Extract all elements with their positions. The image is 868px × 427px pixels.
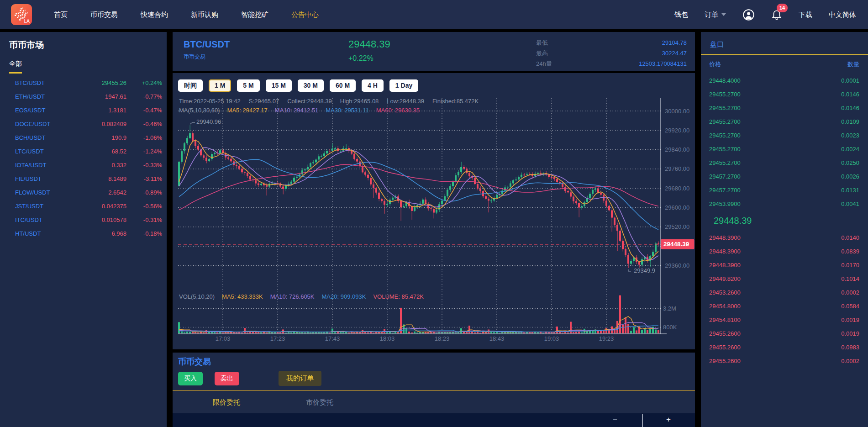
ask-row[interactable]: 29457.27000.0026 — [701, 169, 868, 183]
trade-panel: 币币交易 买入 卖出 我的订单 限价委托市价委托 − + — [173, 353, 695, 427]
ask-amount: 0.0146 — [841, 91, 859, 98]
stat-value: 30224.47 — [662, 50, 687, 57]
ask-price: 29455.2700 — [709, 91, 741, 98]
svg-text:19:23: 19:23 — [599, 335, 614, 342]
svg-text:29920.00: 29920.00 — [665, 127, 689, 134]
pair-row-HT/USDT[interactable]: HT/USDT6.968-0.18% — [0, 227, 167, 240]
stepper-plus-button[interactable]: + — [661, 413, 676, 427]
pair-price: 1.3181 — [75, 107, 126, 114]
interval-60M[interactable]: 60 M — [330, 79, 356, 92]
pair-row-JST/USDT[interactable]: JST/USDT0.042375-0.56% — [0, 199, 167, 213]
nav-item-首页[interactable]: 首页 — [54, 11, 68, 19]
pair-row-LTC/USDT[interactable]: LTC/USDT68.52-1.24% — [0, 144, 167, 158]
wallet-link[interactable]: 钱包 — [674, 11, 688, 19]
pair-price: 8.1489 — [75, 175, 126, 182]
pair-row-IOTA/USDT[interactable]: IOTA/USDT0.332-0.33% — [0, 158, 167, 172]
bid-row[interactable]: 29448.39000.0140 — [701, 231, 868, 244]
bid-price: 29448.3900 — [709, 248, 741, 255]
ask-row[interactable]: 29455.27000.0146 — [701, 87, 868, 101]
symbol-name[interactable]: BTC/USDT — [184, 39, 230, 50]
time-label-button[interactable]: 时间 — [178, 79, 203, 92]
pair-row-ETH/USDT[interactable]: ETH/USDT1947.61-0.77% — [0, 90, 167, 103]
bid-amount: 0.0839 — [841, 248, 859, 255]
svg-text:3.2M: 3.2M — [663, 305, 676, 312]
pair-row-EOS/USDT[interactable]: EOS/USDT1.3181-0.47% — [0, 103, 167, 117]
ask-row[interactable]: 29455.27000.0024 — [701, 142, 868, 156]
orderbook-panel: 盘口 价格 数量 29448.40000.000129455.27000.014… — [701, 32, 868, 427]
ask-price: 29455.2700 — [709, 118, 741, 125]
interval-4H[interactable]: 4 H — [362, 79, 384, 92]
bid-row[interactable]: 29454.81000.0019 — [701, 313, 868, 327]
profile-button[interactable] — [742, 9, 755, 21]
language-selector[interactable]: 中文简体 — [829, 11, 856, 19]
info-low: Low:29448.39 — [387, 98, 424, 105]
pair-list: BTC/USDT29455.26+0.24%ETH/USDT1947.61-0.… — [0, 76, 167, 240]
svg-text:29600.00: 29600.00 — [665, 204, 689, 211]
tab-all-markets[interactable]: 全部 — [9, 60, 22, 74]
vol-ma10: MA10: 726.605K — [270, 293, 315, 300]
stat-label: 24h量 — [536, 60, 552, 68]
nav-item-智能挖矿[interactable]: 智能挖矿 — [241, 11, 268, 19]
pair-row-ITC/USDT[interactable]: ITC/USDT0.010578-0.31% — [0, 213, 167, 227]
pair-name: BTC/USDT — [15, 79, 75, 86]
notifications-button[interactable]: 14 — [771, 9, 782, 21]
pair-row-FIL/USDT[interactable]: FIL/USDT8.1489-3.11% — [0, 172, 167, 185]
bid-row[interactable]: 29454.80000.0584 — [701, 299, 868, 313]
interval-30M[interactable]: 30 M — [298, 79, 324, 92]
pair-change: -0.56% — [126, 203, 162, 210]
bid-row[interactable]: 29455.26000.0983 — [701, 340, 868, 354]
tab-限价委托[interactable]: 限价委托 — [195, 398, 258, 407]
my-orders-button[interactable]: 我的订单 — [279, 371, 321, 386]
interval-15M[interactable]: 15 M — [266, 79, 292, 92]
tab-市价委托[interactable]: 市价委托 — [288, 398, 352, 407]
download-link[interactable]: 下载 — [799, 11, 812, 19]
pair-name: HT/USDT — [15, 230, 75, 237]
pair-row-FLOW/USDT[interactable]: FLOW/USDT2.6542-0.89% — [0, 185, 167, 199]
bid-amount: 0.0170 — [841, 262, 859, 269]
pair-name: BCH/USDT — [15, 134, 75, 141]
svg-text:18:43: 18:43 — [489, 335, 505, 342]
nav-item-快速合约[interactable]: 快速合约 — [141, 11, 168, 19]
kline-chart[interactable]: 30000.0029920.0029840.0029760.0029680.00… — [173, 96, 695, 346]
bid-amount: 0.0019 — [841, 316, 859, 323]
ask-row[interactable]: 29455.27000.0146 — [701, 101, 868, 115]
nav-item-币币交易[interactable]: 币币交易 — [90, 11, 118, 19]
app-logo[interactable]: LA — [11, 4, 32, 25]
pair-name: ITC/USDT — [15, 216, 75, 223]
pair-row-BTC/USDT[interactable]: BTC/USDT29455.26+0.24% — [0, 76, 167, 90]
vol-group-label: VOL(5,10,20) — [179, 293, 215, 300]
ask-price: 29455.2700 — [709, 159, 741, 166]
chevron-down-icon — [721, 13, 726, 16]
ask-row[interactable]: 29455.27000.0109 — [701, 115, 868, 128]
pair-row-DOGE/USDT[interactable]: DOGE/USDT0.082409-0.46% — [0, 117, 167, 131]
pair-row-BCH/USDT[interactable]: BCH/USDT190.9-1.06% — [0, 131, 167, 144]
interval-1Day[interactable]: 1 Day — [389, 79, 418, 92]
bid-row[interactable]: 29448.39000.0839 — [701, 244, 868, 258]
buy-button[interactable]: 买入 — [178, 372, 203, 385]
interval-1M[interactable]: 1 M — [209, 79, 231, 92]
ask-amount: 0.0023 — [841, 132, 859, 139]
ask-row[interactable]: 29457.27000.0131 — [701, 183, 868, 197]
stepper-divider — [642, 414, 643, 427]
bid-row[interactable]: 29449.82000.1014 — [701, 272, 868, 285]
interval-5M[interactable]: 5 M — [237, 79, 259, 92]
ask-row[interactable]: 29455.27000.0250 — [701, 156, 868, 169]
ma30-value: MA30: 29531.11 — [326, 107, 368, 114]
pair-price: 29455.26 — [75, 79, 126, 86]
bid-row[interactable]: 29453.26000.0002 — [701, 285, 868, 299]
bid-amount: 0.0019 — [841, 330, 859, 337]
bid-row[interactable]: 29455.26000.0002 — [701, 354, 868, 368]
sell-button[interactable]: 卖出 — [215, 372, 239, 385]
ask-row[interactable]: 29455.27000.0023 — [701, 128, 868, 142]
stepper-minus-button[interactable]: − — [607, 413, 623, 427]
ask-price: 29453.9900 — [709, 200, 741, 207]
nav-item-公告中心[interactable]: 公告中心 — [291, 11, 319, 19]
orders-dropdown[interactable]: 订单 — [705, 11, 726, 19]
pair-change: -1.24% — [126, 148, 162, 155]
ask-row[interactable]: 29453.99000.0041 — [701, 197, 868, 211]
bid-row[interactable]: 29455.26000.0019 — [701, 327, 868, 340]
bid-row[interactable]: 29448.39000.0170 — [701, 258, 868, 272]
pair-change: -0.33% — [126, 162, 162, 169]
nav-item-新币认购[interactable]: 新币认购 — [191, 11, 218, 19]
ask-row[interactable]: 29448.40000.0001 — [701, 74, 868, 87]
